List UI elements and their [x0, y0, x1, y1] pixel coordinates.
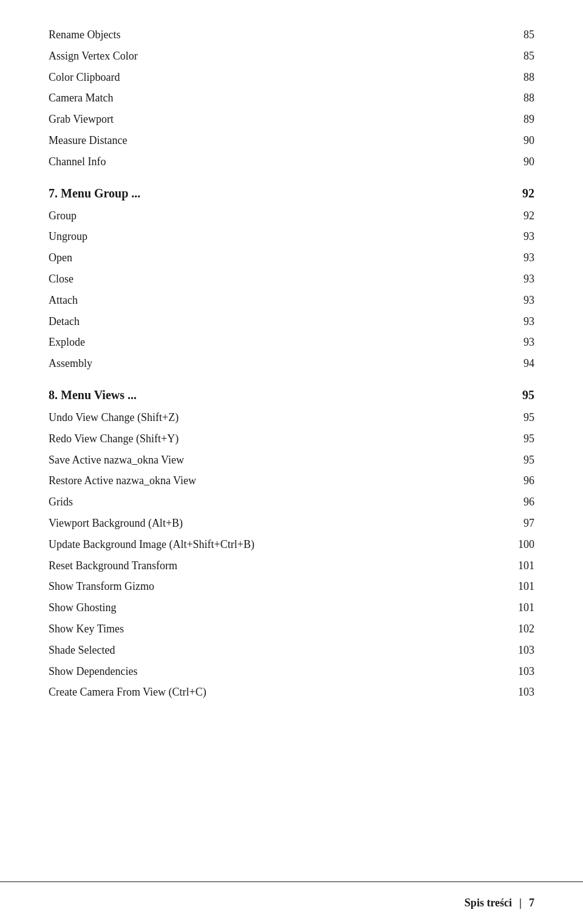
entry-page: 93	[510, 334, 534, 351]
section-title: 7. Menu Group ...	[49, 183, 510, 203]
toc-entry: Measure Distance90	[49, 130, 534, 151]
entry-page: 101	[510, 599, 534, 617]
entry-page: 101	[510, 578, 534, 595]
entry-label: Attach	[49, 292, 510, 309]
entry-page: 95	[510, 409, 534, 426]
entry-label: Explode	[49, 334, 510, 351]
entry-page: 96	[510, 472, 534, 490]
entry-page: 90	[510, 132, 534, 149]
entry-page: 103	[510, 642, 534, 659]
entry-page: 93	[510, 292, 534, 309]
entry-page: 88	[510, 69, 534, 86]
toc-entry: Assign Vertex Color85	[49, 46, 534, 67]
entry-label: Show Key Times	[49, 620, 510, 638]
entry-page: 85	[510, 47, 534, 65]
entry-label: Group	[49, 207, 510, 225]
toc-entry: Assembly94	[49, 353, 534, 374]
entry-label: Detach	[49, 313, 510, 330]
section-title: 8. Menu Views ...	[49, 385, 510, 405]
toc-entry: Show Key Times102	[49, 618, 534, 640]
toc-entry: Restore Active nazwa_okna View96	[49, 470, 534, 491]
entry-page: 93	[510, 249, 534, 267]
entry-label: Assembly	[49, 355, 510, 372]
footer-label: Spis treści	[465, 897, 512, 909]
section-page: 92	[510, 183, 534, 203]
section-page: 95	[510, 385, 534, 405]
toc-entry: Show Transform Gizmo101	[49, 576, 534, 597]
entry-label: Redo View Change (Shift+Y)	[49, 430, 510, 448]
entry-label: Reset Background Transform	[49, 557, 510, 575]
entry-label: Assign Vertex Color	[49, 47, 510, 65]
entry-page: 89	[510, 111, 534, 128]
entry-label: Grids	[49, 493, 510, 511]
toc-entry: Viewport Background (Alt+B)97	[49, 513, 534, 534]
entry-label: Rename Objects	[49, 26, 510, 44]
entry-page: 85	[510, 26, 534, 44]
toc-entry: Redo View Change (Shift+Y)95	[49, 428, 534, 450]
toc-entry: Open93	[49, 247, 534, 269]
entry-label: Show Ghosting	[49, 599, 510, 617]
footer-separator: |	[519, 897, 522, 909]
toc-entry: Grids96	[49, 491, 534, 513]
toc-entry: Close93	[49, 269, 534, 290]
toc-entry: Explode93	[49, 332, 534, 353]
entry-page: 97	[510, 515, 534, 532]
toc-entry: Show Ghosting101	[49, 597, 534, 618]
entry-page: 101	[510, 557, 534, 575]
entry-page: 103	[510, 683, 534, 701]
entry-page: 93	[510, 228, 534, 245]
toc-entry: Camera Match88	[49, 87, 534, 109]
toc-entries: Rename Objects85Assign Vertex Color85Col…	[49, 24, 534, 703]
entry-label: Ungroup	[49, 228, 510, 245]
entry-page: 93	[510, 270, 534, 288]
footer: Spis treści | 7	[0, 881, 583, 924]
entry-page: 103	[510, 663, 534, 680]
entry-label: Update Background Image (Alt+Shift+Ctrl+…	[49, 536, 510, 553]
entry-page: 94	[510, 355, 534, 372]
toc-entry: Shade Selected103	[49, 640, 534, 661]
entry-label: Show Dependencies	[49, 663, 510, 680]
entry-label: Undo View Change (Shift+Z)	[49, 409, 510, 426]
entry-label: Color Clipboard	[49, 69, 510, 86]
page-content: Rename Objects85Assign Vertex Color85Col…	[0, 0, 583, 764]
entry-page: 92	[510, 207, 534, 225]
entry-page: 95	[510, 430, 534, 448]
toc-entry: Attach93	[49, 290, 534, 311]
toc-entry: Create Camera From View (Ctrl+C)103	[49, 682, 534, 703]
toc-entry: Grab Viewport89	[49, 109, 534, 130]
toc-entry: Ungroup93	[49, 226, 534, 247]
entry-page: 95	[510, 451, 534, 469]
toc-entry: Reset Background Transform101	[49, 555, 534, 577]
entry-page: 102	[510, 620, 534, 638]
entry-label: Open	[49, 249, 510, 267]
entry-label: Create Camera From View (Ctrl+C)	[49, 683, 510, 701]
entry-page: 90	[510, 153, 534, 171]
entry-label: Camera Match	[49, 89, 510, 107]
entry-label: Grab Viewport	[49, 111, 510, 128]
toc-entry: Channel Info90	[49, 151, 534, 173]
entry-label: Channel Info	[49, 153, 510, 171]
entry-label: Close	[49, 270, 510, 288]
toc-entry: Show Dependencies103	[49, 661, 534, 682]
toc-entry: Update Background Image (Alt+Shift+Ctrl+…	[49, 534, 534, 555]
entry-page: 93	[510, 313, 534, 330]
toc-entry: Save Active nazwa_okna View95	[49, 450, 534, 471]
entry-page: 88	[510, 89, 534, 107]
toc-entry: Rename Objects85	[49, 24, 534, 46]
toc-entry: Undo View Change (Shift+Z)95	[49, 407, 534, 428]
entry-label: Save Active nazwa_okna View	[49, 451, 510, 469]
entry-label: Restore Active nazwa_okna View	[49, 472, 510, 490]
entry-page: 96	[510, 493, 534, 511]
toc-entry: Detach93	[49, 311, 534, 332]
toc-entry: Color Clipboard88	[49, 67, 534, 88]
entry-page: 100	[510, 536, 534, 553]
footer-page: 7	[529, 897, 534, 909]
entry-label: Measure Distance	[49, 132, 510, 149]
entry-label: Viewport Background (Alt+B)	[49, 515, 510, 532]
entry-label: Shade Selected	[49, 642, 510, 659]
section-header: 7. Menu Group ...92	[49, 173, 534, 205]
toc-entry: Group92	[49, 205, 534, 227]
section-header: 8. Menu Views ...95	[49, 374, 534, 407]
entry-label: Show Transform Gizmo	[49, 578, 510, 595]
